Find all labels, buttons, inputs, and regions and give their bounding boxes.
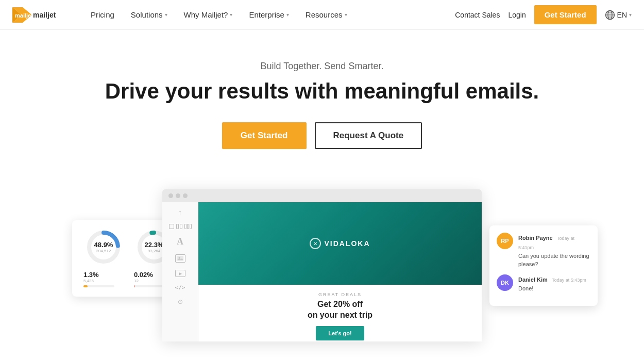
nav-right: Contact Sales Login Get Started EN ▾ — [455, 5, 632, 24]
stat1-percent: 48.9% — [94, 241, 113, 249]
stat4-percent: 0.02% — [134, 271, 153, 279]
logo[interactable]: mailjet mailjet — [12, 7, 64, 23]
editor-more-icon[interactable]: ⊙ — [178, 298, 183, 305]
hero-title: Drive your results with meaningful email… — [10, 79, 634, 104]
avatar-rp: RP — [497, 233, 513, 249]
chat-name-1: Robin Payne — [518, 235, 553, 241]
why-chevron-icon: ▾ — [230, 12, 232, 18]
nav-solutions[interactable]: Solutions ▾ — [123, 0, 176, 30]
browser-window: ↑ A ▶ </> — [162, 189, 482, 341]
browser-bar — [162, 189, 482, 202]
stat2-sub: 93,264 — [145, 249, 164, 253]
avatar-dk: DK — [497, 274, 513, 291]
stat3-sub: 5,436 — [83, 279, 94, 283]
browser-content: ↑ A ▶ </> — [162, 202, 482, 341]
enterprise-chevron-icon: ▾ — [286, 12, 289, 18]
stat3-percent: 1.3% — [83, 271, 99, 279]
editor-text-icon[interactable]: A — [177, 236, 183, 247]
editor-layout-icon-3[interactable] — [184, 224, 192, 229]
hero-section: Build Together. Send Smarter. Drive your… — [0, 30, 644, 189]
language-selector[interactable]: EN ▾ — [605, 10, 632, 20]
chat-name-2: Daniel Kim — [518, 276, 548, 283]
lang-label: EN — [617, 11, 627, 19]
email-body: GREAT DEALS Get 20% off on your next tri… — [198, 285, 482, 341]
editor-code-icon[interactable]: </> — [175, 284, 185, 291]
navbar: mailjet mailjet Pricing Solutions ▾ Why … — [0, 0, 644, 30]
stat2-percent: 22.3% — [145, 241, 164, 249]
editor-layout-icons — [169, 224, 192, 229]
editor-image-icon[interactable] — [175, 254, 185, 263]
donut-chart-1: 48.9% 204,512 — [86, 230, 121, 265]
chat-message-1: RP Robin Payne Today at 5:41pm Can you u… — [497, 233, 590, 268]
nav-enterprise[interactable]: Enterprise ▾ — [241, 0, 297, 30]
email-great-deals: GREAT DEALS — [209, 292, 471, 297]
contact-sales-link[interactable]: Contact Sales — [455, 11, 500, 19]
editor-video-icon[interactable]: ▶ — [175, 270, 185, 277]
chat-widget: RP Robin Payne Today at 5:41pm Can you u… — [489, 225, 598, 306]
editor-layout-icon-1[interactable] — [169, 224, 174, 229]
stat3-bar — [83, 285, 114, 287]
nav-get-started-button[interactable]: Get Started — [534, 5, 597, 24]
editor-upload-icon[interactable]: ↑ — [178, 208, 182, 217]
hero-get-started-button[interactable]: Get Started — [222, 122, 307, 149]
nav-links: Pricing Solutions ▾ Why Mailjet? ▾ Enter… — [82, 0, 455, 30]
chat-bubble-1: Robin Payne Today at 5:41pm Can you upda… — [518, 233, 590, 268]
chat-message-2: DK Daniel Kim Today at 5:43pm Done! — [497, 274, 590, 292]
chat-text-2: Done! — [518, 285, 590, 292]
hero-buttons: Get Started Request A Quote — [10, 122, 634, 149]
vidaloka-brand-name: VIDALOKA — [324, 239, 370, 248]
nav-resources[interactable]: Resources ▾ — [297, 0, 355, 30]
chat-time-2: Today at 5:43pm — [552, 278, 586, 283]
stat4-bar — [134, 285, 165, 287]
email-hero-image: ✕ VIDALOKA — [198, 202, 482, 285]
nav-why-mailjet[interactable]: Why Mailjet? ▾ — [176, 0, 241, 30]
chat-bubble-2: Daniel Kim Today at 5:43pm Done! — [518, 274, 590, 292]
browser-dot-yellow — [176, 193, 180, 198]
chat-text-1: Can you update the wording please? — [518, 252, 590, 268]
login-button[interactable]: Login — [508, 11, 526, 19]
editor-layout-icon-2[interactable] — [176, 224, 182, 229]
browser-dot-red — [168, 193, 173, 198]
hero-request-quote-button[interactable]: Request A Quote — [315, 122, 422, 149]
analytics-stat-1: 48.9% 204,512 — [81, 230, 126, 265]
nav-pricing[interactable]: Pricing — [82, 0, 123, 30]
stat4-sub: 12 — [134, 279, 139, 283]
svg-text:mailjet: mailjet — [15, 12, 32, 19]
hero-subtitle: Build Together. Send Smarter. — [10, 61, 634, 72]
editor-sidebar: ↑ A ▶ </> — [162, 202, 198, 341]
email-cta-button[interactable]: Let's go! — [316, 326, 364, 340]
stat1-sub: 204,512 — [94, 249, 113, 253]
svg-rect-13 — [177, 256, 183, 261]
vidaloka-circle-icon: ✕ — [310, 238, 321, 249]
email-offer: Get 20% off on your next trip — [209, 299, 471, 321]
lang-chevron-icon: ▾ — [629, 12, 632, 18]
solutions-chevron-icon: ▾ — [165, 12, 167, 18]
browser-dot-green — [183, 193, 188, 198]
svg-text:mailjet: mailjet — [33, 11, 56, 19]
globe-icon — [605, 10, 615, 20]
email-preview: ✕ VIDALOKA GREAT DEALS Get 20% off on yo… — [198, 202, 482, 341]
preview-container: 48.9% 204,512 22.3% 93,264 — [0, 189, 644, 349]
resources-chevron-icon: ▾ — [345, 12, 347, 18]
vidaloka-logo: ✕ VIDALOKA — [310, 238, 370, 249]
analytics-stat-3: 1.3% 5,436 — [81, 271, 126, 287]
